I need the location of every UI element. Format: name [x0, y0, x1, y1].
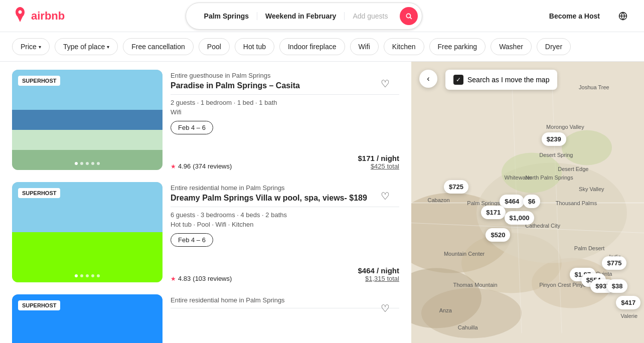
filter-hot_tub[interactable]: Hot tub: [235, 38, 274, 55]
map-price-marker[interactable]: $239: [542, 132, 566, 146]
become-host-link[interactable]: Become a Host: [543, 8, 606, 24]
listing-image-2[interactable]: SUPERHOST: [12, 182, 163, 282]
map-price-marker[interactable]: $171: [481, 206, 506, 219]
listing-total: $425 total: [358, 162, 399, 170]
filter-type_of_place[interactable]: Type of place ▾: [55, 38, 118, 55]
listing-type: Entire guesthouse in Palm Springs: [171, 72, 399, 79]
search-as-move-checkbox: ✓: [453, 75, 463, 85]
map-price-marker[interactable]: $520: [486, 228, 510, 242]
superhost-badge: SUPERHOST: [18, 188, 60, 198]
main-content: SUPERHOST ♡ Entire guesthouse in Palm Sp…: [0, 62, 644, 343]
listing-bottom: $171 / night $425 total: [358, 154, 399, 170]
star-icon: ★: [171, 163, 176, 170]
listing-bottom: $464 / night $1,315 total: [358, 266, 399, 282]
listing-card: SUPERHOST ♡ Entire residential home in P…: [12, 294, 399, 343]
listing-info: ♡ Entire residential home in Palm Spring…: [171, 182, 399, 282]
listing-rating: ★ 4.96 (374 reviews): [171, 162, 232, 170]
svg-line-1: [410, 17, 412, 19]
filter-type_of_place-chevron: ▾: [107, 44, 109, 50]
image-dot: [75, 162, 78, 165]
logo-text: airbnb: [31, 10, 65, 23]
map-panel: Joshua TreeMorongo ValleyDesert SpringWh…: [411, 62, 644, 343]
search-as-move-toggle[interactable]: ✓ Search as I move the map: [445, 70, 557, 90]
location-search[interactable]: Palm Springs: [196, 12, 257, 20]
image-dot: [75, 274, 78, 277]
listing-amenities: Wifi: [171, 108, 399, 116]
filter-washer[interactable]: Washer: [491, 38, 532, 55]
dates-search[interactable]: Weekend in February: [257, 12, 345, 20]
listing-divider: [171, 94, 399, 95]
filter-free_parking[interactable]: Free parking: [429, 38, 486, 55]
rating-value: 4.96: [178, 162, 191, 170]
filter-bar: Price ▾Type of place ▾Free cancellationP…: [0, 32, 644, 62]
map-price-marker[interactable]: $725: [444, 180, 468, 194]
map-price-marker[interactable]: $417: [616, 296, 640, 309]
listing-divider: [171, 308, 399, 308]
listing-info: ♡ Entire guesthouse in Palm Springs Para…: [171, 70, 399, 170]
image-dot: [86, 162, 89, 165]
svg-point-0: [407, 14, 411, 18]
image-dot: [97, 162, 100, 165]
listing-details: 6 guests · 3 bedrooms · 4 beds · 2 baths: [171, 211, 399, 219]
listing-dates: Feb 4 – 6: [171, 121, 213, 134]
star-icon: ★: [171, 275, 176, 282]
superhost-badge: SUPERHOST: [18, 76, 60, 86]
airbnb-logo-icon: [12, 7, 28, 26]
filter-wifi[interactable]: Wifi: [350, 38, 379, 55]
logo[interactable]: airbnb: [12, 7, 65, 26]
listing-info: ♡ Entire residential home in Palm Spring…: [171, 294, 399, 343]
filter-pool[interactable]: Pool: [199, 38, 230, 55]
listing-divider: [171, 207, 399, 207]
filter-indoor_fireplace[interactable]: Indoor fireplace: [279, 38, 345, 55]
header-right: Become a Host: [543, 7, 632, 25]
image-dot: [91, 274, 94, 277]
map-back-button[interactable]: ‹: [419, 70, 437, 88]
listing-image-1[interactable]: SUPERHOST: [12, 70, 163, 170]
map-price-marker[interactable]: $775: [602, 256, 626, 270]
image-dots: [75, 274, 100, 277]
listing-card: SUPERHOST ♡ Entire guesthouse in Palm Sp…: [12, 70, 399, 170]
filter-dryer[interactable]: Dryer: [537, 38, 571, 55]
listing-rating: ★ 4.83 (103 reviews): [171, 275, 232, 282]
map-price-marker[interactable]: $1,000: [505, 211, 535, 225]
review-count: (374 reviews): [193, 162, 232, 170]
image-dot: [86, 274, 89, 277]
listing-price: $171 / night: [358, 154, 399, 162]
rating-value: 4.83: [178, 275, 191, 282]
listing-card: SUPERHOST ♡ Entire residential home in P…: [12, 182, 399, 282]
guests-search[interactable]: Add guests: [345, 12, 396, 20]
listing-title: Paradise in Palm Springs – Casita: [171, 81, 399, 90]
map-price-marker[interactable]: $6: [523, 195, 540, 208]
listing-dates: Feb 4 – 6: [171, 233, 213, 247]
filter-price[interactable]: Price ▾: [12, 38, 50, 55]
image-dots: [75, 162, 100, 165]
listings-panel: SUPERHOST ♡ Entire guesthouse in Palm Sp…: [0, 62, 411, 343]
superhost-badge: SUPERHOST: [18, 300, 60, 310]
image-dot: [91, 162, 94, 165]
listing-price: $464 / night: [358, 266, 399, 275]
listing-amenities: Hot tub · Pool · Wifi · Kitchen: [171, 221, 399, 228]
filter-kitchen[interactable]: Kitchen: [384, 38, 424, 55]
image-dot: [80, 274, 83, 277]
search-button[interactable]: [400, 7, 418, 25]
listing-type: Entire residential home in Palm Springs: [171, 184, 399, 192]
header: airbnb Palm Springs Weekend in February …: [0, 0, 644, 32]
search-as-move-label: Search as I move the map: [467, 76, 549, 84]
listing-type: Entire residential home in Palm Springs: [171, 296, 399, 304]
image-dot: [97, 274, 100, 277]
map-price-marker[interactable]: $38: [607, 279, 628, 293]
listing-image-3[interactable]: SUPERHOST: [12, 294, 163, 343]
listing-details: 2 guests · 1 bedroom · 1 bed · 1 bath: [171, 99, 399, 106]
wishlist-button[interactable]: ♡: [377, 300, 393, 316]
language-button[interactable]: [614, 7, 632, 25]
listing-total: $1,315 total: [358, 275, 399, 282]
filter-free_cancellation[interactable]: Free cancellation: [123, 38, 194, 55]
wishlist-button[interactable]: ♡: [377, 188, 393, 204]
filter-price-chevron: ▾: [39, 44, 41, 50]
map-price-marker[interactable]: $464: [500, 195, 524, 208]
listing-title: Dreamy Palm Springs Villa w pool, spa, v…: [171, 194, 399, 203]
wishlist-button[interactable]: ♡: [377, 76, 393, 92]
search-bar[interactable]: Palm Springs Weekend in February Add gue…: [186, 3, 423, 30]
image-dot: [80, 162, 83, 165]
review-count: (103 reviews): [193, 275, 232, 282]
